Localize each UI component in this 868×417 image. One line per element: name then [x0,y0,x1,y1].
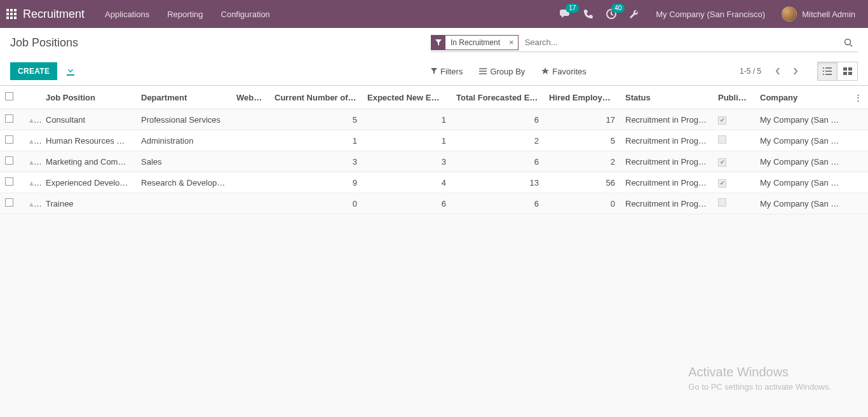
published-checkbox [718,198,726,207]
table-row[interactable]: ▲▼Experienced DeveloperResearch & Develo… [0,172,868,193]
phone-button[interactable] [577,0,600,28]
cell-published[interactable] [713,109,755,130]
select-all-header[interactable] [0,86,23,109]
cell-hired: 56 [544,172,620,193]
col-current[interactable]: Current Number of E… [269,86,362,109]
list-view-button[interactable] [817,62,837,81]
import-button[interactable] [66,67,75,76]
row-handle[interactable]: ▲▼ [23,193,41,214]
col-website[interactable]: Website [231,86,269,109]
filters-button[interactable]: Filters [431,67,463,76]
cell-hired: 2 [544,151,620,172]
create-button[interactable]: CREATE [10,62,57,80]
apps-menu-button[interactable] [0,0,23,28]
drag-handle-icon: ▲▼ [28,115,41,125]
svg-rect-6 [848,72,852,75]
row-handle[interactable]: ▲▼ [23,172,41,193]
nav-configuration[interactable]: Configuration [212,0,279,28]
list-icon [823,67,832,75]
pager-prev-button[interactable] [769,62,787,80]
kanban-view-button[interactable] [837,62,858,81]
checkbox-icon [5,198,13,207]
col-published[interactable]: Published [713,86,755,109]
favorites-button[interactable]: Favorites [541,67,586,76]
col-options[interactable]: ⋮ [849,86,868,109]
user-menu[interactable]: Mitchell Admin [775,6,862,22]
row-handle[interactable]: ▲▼ [23,130,41,151]
cell-company: My Company (San Fr… [755,172,849,193]
table-row[interactable]: ▲▼Human Resources Ma…Administration1125R… [0,130,868,151]
download-icon [66,67,75,76]
table-row[interactable]: ▲▼Trainee0660Recruitment in Progre…My Co… [0,193,868,214]
app-title[interactable]: Recruitment [23,8,96,21]
filter-icon [431,36,445,50]
star-icon [541,67,549,75]
pager-text[interactable]: 1-5 / 5 [740,67,761,76]
cell-current: 5 [269,109,362,130]
cell-published[interactable] [713,193,755,214]
col-expected[interactable]: Expected New Empl… [362,86,451,109]
activities-button[interactable]: 40 [600,0,623,28]
row-select[interactable] [0,151,23,172]
cell-published[interactable] [713,172,755,193]
row-handle[interactable]: ▲▼ [23,109,41,130]
cell-job: Experienced Developer [41,172,136,193]
cp-row-1: Job Positions In Recruitment × [0,28,868,57]
published-checkbox [718,179,726,188]
groupby-button[interactable]: Group By [479,67,525,76]
apps-grid-icon [6,9,17,19]
checkbox-icon [5,114,13,123]
col-forecast[interactable]: Total Forecasted Em… [451,86,544,109]
svg-rect-3 [843,67,847,71]
cell-dept [136,193,231,214]
cell-expected: 3 [362,151,451,172]
search-facet: In Recruitment × [431,35,519,50]
company-switcher[interactable]: My Company (San Francisco) [646,10,775,19]
cell-status: Recruitment in Progre… [620,130,713,151]
col-company[interactable]: Company [755,86,849,109]
cp-row-2: CREATE Filters Group By Favorite [0,57,868,85]
row-select[interactable] [0,130,23,151]
col-hired[interactable]: Hired Employees [544,86,620,109]
nav-left: Recruitment Applications Reporting Confi… [0,0,279,28]
search-icon-button[interactable] [839,38,858,47]
search-bar[interactable]: In Recruitment × [431,33,858,52]
row-select[interactable] [0,172,23,193]
search-input[interactable] [522,35,839,50]
cell-hired: 0 [544,193,620,214]
debug-tools-button[interactable] [623,0,646,28]
pager: 1-5 / 5 [740,62,858,81]
col-status[interactable]: Status [620,86,713,109]
nav-applications[interactable]: Applications [96,0,158,28]
row-select[interactable] [0,193,23,214]
avatar [782,6,797,22]
svg-rect-5 [843,72,847,75]
cell-hired: 5 [544,130,620,151]
cell-published[interactable] [713,130,755,151]
discuss-button[interactable]: 17 [554,0,577,28]
facet-remove-button[interactable]: × [505,38,518,47]
table-row[interactable]: ▲▼Marketing and Comm…Sales3362Recruitmen… [0,151,868,172]
top-nav: Recruitment Applications Reporting Confi… [0,0,868,28]
cell-status: Recruitment in Progre… [620,109,713,130]
cell-job: Trainee [41,193,136,214]
row-select[interactable] [0,109,23,130]
cell-company: My Company (San Fr… [755,109,849,130]
nav-right: 17 40 My Company (San Francisco) Mitchel… [554,0,868,28]
chevron-right-icon [793,67,798,75]
pager-next-button[interactable] [787,62,804,80]
drag-handle-icon: ▲▼ [28,178,41,188]
col-dept[interactable]: Department [136,86,231,109]
job-positions-table: Job Position Department Website Current … [0,86,868,214]
cell-status: Recruitment in Progre… [620,172,713,193]
table-row[interactable]: ▲▼ConsultantProfessional Services51617Re… [0,109,868,130]
nav-reporting[interactable]: Reporting [158,0,212,28]
cell-expected: 6 [362,193,451,214]
row-handle[interactable]: ▲▼ [23,151,41,172]
col-job[interactable]: Job Position [41,86,136,109]
cell-published[interactable] [713,151,755,172]
cell-dept: Sales [136,151,231,172]
cell-forecast: 13 [451,172,544,193]
cell-forecast: 2 [451,130,544,151]
cell-website [231,109,269,130]
